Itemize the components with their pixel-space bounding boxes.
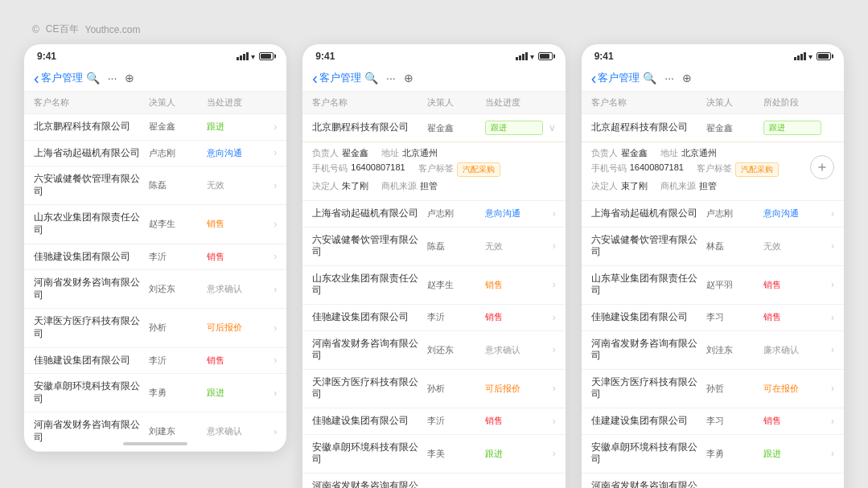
detail-person-label: 负责人	[312, 147, 339, 159]
table-row[interactable]: 佳驰建设集团有限公司 李沂 销售 ›	[24, 244, 286, 271]
col-person-2: 决策人	[427, 96, 485, 109]
table-header-2: 客户名称 决策人 当处进度	[302, 92, 565, 114]
cell-status: 销售	[763, 279, 821, 291]
table-row[interactable]: 佳驰建设集团有限公司 李习 销售 ›	[582, 305, 844, 331]
cell-company: 安徽卓朗环境科技有限公司	[312, 441, 427, 466]
more-icon-1[interactable]: ···	[108, 72, 117, 84]
p3-detail-contact: 商机来源 担管	[660, 180, 717, 192]
table-row[interactable]: 河南省发财务咨询有限公司 刘建东 意求确认 ›	[302, 474, 565, 488]
cell-arrow: ›	[821, 208, 834, 219]
table-row[interactable]: 山东农业集团有限责任公司 赵李生 销售 ›	[24, 205, 286, 244]
detail-person-value: 翟金鑫	[342, 147, 368, 159]
table-row[interactable]: 河南省发财务咨询有限公司 刘还东 意求确认 ›	[302, 331, 565, 370]
more-icon-3[interactable]: ···	[664, 72, 674, 84]
cell-arrow: ›	[264, 388, 277, 399]
cell-status: 可在报价	[763, 383, 821, 395]
cell-status: 销售	[485, 279, 543, 291]
table-row[interactable]: 佳建建设集团有限公司 李习 销售 ›	[582, 408, 844, 435]
add-icon-2[interactable]: ⊕	[404, 72, 413, 84]
detail-row-3: 决定人 朱了刚 商机来源 担管	[312, 180, 555, 192]
cell-person: 卢志刚	[149, 147, 207, 159]
table-row[interactable]: 河南省发财务咨询有限公司 刘建东 意求确认 ›	[24, 412, 286, 451]
cell-arrow: ›	[821, 312, 834, 323]
col-company-2: 客户名称	[312, 96, 427, 109]
cell-person: 孙哲	[706, 383, 764, 395]
cell-status: 意向沟通	[763, 207, 821, 219]
table-row[interactable]: 六安诚健餐饮管理有限公司 陈磊 无效 ›	[24, 166, 286, 205]
table-row[interactable]: 河南省发财务咨询有限公司 刘建东 廉状确认 ›	[582, 474, 844, 488]
cell-arrow: ›	[264, 180, 277, 191]
cell-person: 孙析	[149, 322, 207, 334]
table-row[interactable]: 佳驰建设集团有限公司 李沂 销售 ›	[24, 348, 286, 375]
cell-status: 跟进	[207, 121, 265, 133]
more-icon-2[interactable]: ···	[386, 72, 396, 84]
cell-status: 销售	[763, 311, 821, 323]
nav-back-3[interactable]: 客户管理	[591, 70, 640, 86]
cell-company: 佳驰建设集团有限公司	[34, 355, 149, 367]
expanded-status-3: 跟进	[763, 121, 821, 135]
watermark-symbol: ©	[32, 24, 39, 35]
p3-detail-contact-label: 商机来源	[660, 180, 696, 192]
p3-detail-phone: 手机号码 16400807181	[591, 162, 684, 177]
table-row[interactable]: 佳驰建设集团有限公司 李沂 销售 ›	[302, 305, 565, 331]
table-row[interactable]: 上海省动起磁机有限公司 卢志刚 意向沟通 ›	[302, 201, 565, 228]
table-row[interactable]: 佳驰建设集团有限公司 李沂 销售 ›	[302, 408, 565, 435]
cell-company: 佳建建设集团有限公司	[591, 415, 706, 428]
p3-detail-row-3: 决定人 束了刚 商机来源 担管	[591, 180, 834, 192]
cell-company: 山东草业集团有限责任公司	[591, 273, 706, 297]
detail-decision-value: 朱了刚	[342, 180, 368, 192]
status-icons-2: ▾	[516, 52, 553, 61]
table-row[interactable]: 天津医方医疗科技有限公司 孙析 可后报价 ›	[24, 309, 286, 347]
table-row[interactable]: 河南省发财务咨询有限公司 刘还东 意求确认 ›	[24, 270, 286, 309]
add-icon-1[interactable]: ⊕	[125, 72, 134, 84]
table-row[interactable]: 山东农业集团有限责任公司 赵李生 销售 ›	[302, 266, 565, 305]
add-icon-3[interactable]: ⊕	[682, 72, 692, 84]
status-icons-1: ▾	[237, 52, 274, 61]
cell-arrow: ›	[264, 284, 277, 295]
search-icon-2[interactable]: 🔍	[364, 72, 378, 84]
table-row[interactable]: 安徽卓朗环境科技有限公司 李美 跟进 ›	[302, 435, 565, 474]
detail-badge-value: 汽配采购	[457, 162, 500, 177]
table-row[interactable]: 上海省动起磁机有限公司 卢志刚 意向沟通 ›	[582, 201, 844, 228]
cell-status: 意求确认	[207, 425, 265, 437]
table-row[interactable]: 六安诚健餐饮管理有限公司 林磊 无效 ›	[582, 228, 844, 266]
nav-actions-3: 🔍 ··· ⊕	[643, 72, 692, 84]
circle-expand-btn[interactable]	[810, 155, 834, 179]
cell-status: 意求确认	[485, 344, 543, 356]
table-row[interactable]: 河南省发财务咨询有限公司 刘洼东 廉求确认 ›	[582, 331, 844, 370]
table-row[interactable]: 天津医方医疗科技有限公司 孙析 可后报价 ›	[302, 370, 565, 408]
nav-actions-1: 🔍 ··· ⊕	[86, 72, 135, 84]
detail-phone-label: 手机号码	[312, 162, 348, 177]
expanded-card-header-3[interactable]: 北京超程科技有限公司 翟金鑫 跟进	[582, 114, 844, 142]
table-row[interactable]: 天津医方医疗科技有限公司 孙哲 可在报价 ›	[582, 370, 844, 408]
expanded-person-3: 翟金鑫	[706, 122, 764, 134]
col-status-1: 当处进度	[207, 96, 265, 109]
cell-person: 李沂	[427, 415, 485, 427]
col-status-2: 当处进度	[485, 96, 543, 109]
search-icon-1[interactable]: 🔍	[86, 72, 100, 84]
cell-person: 李习	[706, 415, 764, 427]
cell-person: 刘还东	[427, 344, 485, 356]
cell-arrow: ›	[543, 448, 556, 459]
table-row[interactable]: 六安诚健餐饮管理有限公司 陈磊 无效 ›	[302, 228, 565, 266]
col-arrow-3	[821, 96, 834, 109]
detail-phone-value: 16400807181	[351, 162, 405, 177]
table-row[interactable]: 北京鹏程科技有限公司 翟金鑫 跟进 ›	[24, 114, 286, 141]
p3-detail-decision-label: 决定人	[591, 180, 618, 192]
cell-company: 河南省发财务咨询有限公司	[312, 480, 427, 488]
nav-back-2[interactable]: 客户管理	[312, 70, 361, 86]
scroll-bar-1	[123, 442, 187, 445]
detail-phone: 手机号码 16400807181	[312, 162, 405, 177]
expanded-card-header[interactable]: 北京鹏程科技有限公司 翟金鑫 跟进 ∨	[302, 114, 565, 142]
nav-back-1[interactable]: 客户管理	[34, 70, 83, 86]
table-body-1: 北京鹏程科技有限公司 翟金鑫 跟进 › 上海省动起磁机有限公司 卢志刚 意向沟通…	[24, 114, 286, 452]
table-row[interactable]: 安徽卓朗环境科技有限公司 李勇 跟进 ›	[24, 374, 286, 412]
table-row[interactable]: 山东草业集团有限责任公司 赵平羽 销售 ›	[582, 266, 844, 305]
table-row[interactable]: 安徽卓朗环境科技有限公司 李勇 跟进 ›	[582, 435, 844, 474]
cell-company: 河南省发财务咨询有限公司	[591, 480, 706, 488]
search-icon-3[interactable]: 🔍	[643, 72, 656, 84]
table-row[interactable]: 上海省动起磁机有限公司 卢志刚 意向沟通 ›	[24, 141, 286, 167]
cell-person: 李沂	[427, 311, 485, 323]
cell-company: 六安诚健餐饮管理有限公司	[34, 173, 149, 198]
detail-location: 地址 北京通州	[381, 147, 438, 159]
